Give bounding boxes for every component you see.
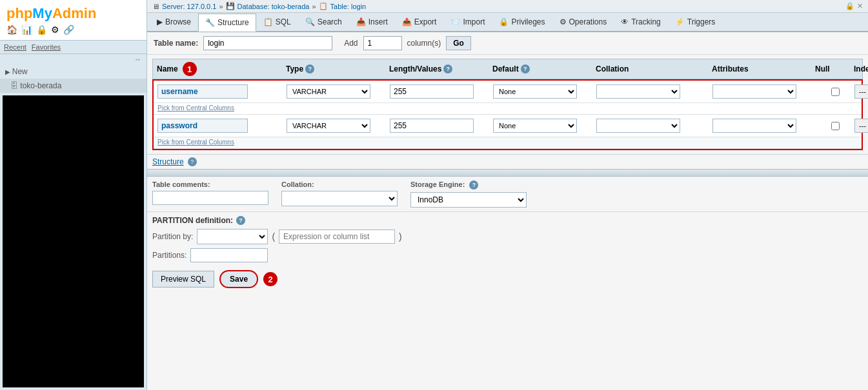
attributes-cell-2 — [712, 119, 816, 133]
attr-select-1[interactable] — [712, 84, 796, 99]
null-header: Null — [815, 64, 854, 73]
collation-select-2[interactable] — [596, 119, 680, 133]
name-cell-2 — [157, 119, 287, 133]
tab-structure[interactable]: 🔧 Structure — [198, 14, 256, 32]
sidebar-db-item[interactable]: 🗄 toko-berada — [0, 79, 146, 93]
partition-help-icon[interactable]: ? — [236, 216, 245, 225]
table-label[interactable]: Table: login — [330, 3, 367, 10]
close-icon: ✕ — [857, 2, 863, 10]
storage-section: Storage Engine: ? InnoDB MyISAM — [410, 180, 527, 208]
structure-help-icon[interactable]: ? — [188, 157, 197, 166]
server-label[interactable]: Server: 127.0.0.1 — [162, 3, 216, 10]
export-icon: 📤 — [402, 17, 412, 26]
null-checkbox-2[interactable] — [831, 122, 840, 130]
go-button[interactable]: Go — [446, 36, 471, 50]
collation-detail-select[interactable] — [281, 191, 398, 206]
length-input-1[interactable] — [390, 84, 474, 99]
add-columns-input[interactable] — [363, 36, 402, 50]
tab-privileges[interactable]: 🔒 Privileges — [492, 13, 552, 31]
structure-label[interactable]: Structure — [152, 157, 184, 166]
collation-section: Collation: — [281, 180, 398, 208]
comments-input[interactable] — [152, 191, 268, 205]
tab-browse-label: Browse — [165, 17, 191, 26]
stats-icon[interactable]: 📊 — [21, 24, 32, 35]
table-name-input[interactable] — [203, 36, 332, 50]
length-help-icon[interactable]: ? — [443, 64, 452, 73]
sidebar-new-item[interactable]: New — [0, 64, 146, 79]
lock-icon[interactable]: 🔒 — [36, 24, 47, 35]
pick-columns-link-2[interactable]: Pick from Central Columns — [154, 137, 862, 149]
preview-sql-button[interactable]: Preview SQL — [152, 271, 214, 288]
tab-insert-label: Insert — [368, 17, 388, 26]
columns-section: Name 1 Type ? Length/Values ? Default ? … — [152, 59, 863, 150]
tab-triggers[interactable]: ⚡ Triggers — [668, 13, 723, 31]
main-area: 🖥 Server: 127.0.0.1 » 💾 Database: toko-b… — [147, 0, 868, 390]
tab-operations[interactable]: ⚙ Operations — [552, 13, 614, 31]
storage-select[interactable]: InnoDB MyISAM — [410, 192, 527, 208]
tabs-bar: ▶ Browse 🔧 Structure 📋 SQL 🔍 Search 📥 In… — [147, 13, 868, 32]
tab-import[interactable]: 📨 Import — [443, 13, 492, 31]
type-select-2[interactable]: VARCHAR INT TEXT — [287, 119, 370, 133]
tab-insert[interactable]: 📥 Insert — [349, 13, 395, 31]
server-icon: 🖥 — [152, 3, 159, 10]
import-icon: 📨 — [450, 17, 460, 26]
sep2: » — [312, 3, 316, 10]
db-icon: 🗄 — [10, 81, 18, 90]
home-icon[interactable]: 🏠 — [6, 24, 17, 35]
length-cell-2 — [390, 119, 493, 133]
db-label[interactable]: Database: toko-berada — [237, 3, 310, 10]
partitions-input[interactable] — [190, 248, 268, 262]
save-button[interactable]: Save — [219, 270, 258, 288]
horizontal-scrollbar[interactable] — [147, 169, 868, 177]
close-paren: ) — [399, 231, 402, 242]
type-select-1[interactable]: VARCHAR INT TEXT — [287, 84, 370, 99]
buttons-row: Preview SQL Save 2 — [147, 266, 868, 292]
type-cell-1: VARCHAR INT TEXT — [287, 84, 390, 99]
collation-select-1[interactable] — [596, 84, 680, 99]
default-help-icon[interactable]: ? — [521, 64, 530, 73]
rows-container: VARCHAR INT TEXT None NULL CURRENT_TIMES… — [152, 79, 863, 150]
null-checkbox-1[interactable] — [831, 88, 840, 96]
attr-select-2[interactable] — [712, 119, 796, 133]
settings-icon[interactable]: ⚙ — [51, 24, 59, 35]
tab-export[interactable]: 📤 Export — [395, 13, 444, 31]
search-icon: 🔍 — [305, 17, 315, 26]
link-icon[interactable]: 🔗 — [63, 24, 74, 35]
comments-label: Table comments: — [152, 180, 268, 188]
tab-search[interactable]: 🔍 Search — [298, 13, 349, 31]
length-input-2[interactable] — [390, 119, 474, 133]
default-select-1[interactable]: None NULL CURRENT_TIMESTAMP — [493, 84, 577, 99]
tab-browse[interactable]: ▶ Browse — [150, 13, 198, 31]
index-select-1[interactable]: --- PRIMARY UNIQUE INDEX — [854, 84, 868, 99]
default-select-2[interactable]: None NULL — [493, 119, 577, 133]
tab-structure-label: Structure — [217, 18, 249, 27]
partition-by-select[interactable]: HASH KEY RANGE LIST — [197, 229, 268, 244]
column-name-input-1[interactable] — [157, 84, 248, 99]
partition-expr-input[interactable] — [279, 229, 395, 244]
index-select-2[interactable]: --- PRIMARY UNIQUE INDEX — [854, 119, 868, 133]
table-row: VARCHAR INT TEXT None NULL CURRENT_TIMES… — [154, 81, 862, 103]
name-cell-1 — [157, 84, 287, 99]
type-help-icon[interactable]: ? — [305, 64, 314, 73]
content-area: Name 1 Type ? Length/Values ? Default ? … — [147, 55, 868, 390]
logo-area: phpMyAdmin 🏠 📊 🔒 ⚙ 🔗 — [0, 0, 146, 41]
sidebar-toggle-arrow[interactable]: ↔ — [0, 54, 146, 64]
collation-header: Collation — [596, 64, 712, 73]
pick-columns-link-1[interactable]: Pick from Central Columns — [154, 103, 862, 115]
storage-label: Storage Engine: ? — [410, 180, 527, 190]
tab-tracking[interactable]: 👁 Tracking — [614, 13, 668, 31]
table-row: VARCHAR INT TEXT None NULL — [154, 115, 862, 137]
partition-by-row: Partition by: HASH KEY RANGE LIST ( ) — [152, 229, 863, 244]
add-label: Add — [344, 39, 358, 48]
lock-icon-bc: 🔒 — [845, 2, 854, 10]
tab-sql[interactable]: 📋 SQL — [256, 13, 298, 31]
column-name-input-2[interactable] — [157, 119, 248, 133]
default-header: Default ? — [492, 64, 596, 73]
comments-section: Table comments: — [152, 180, 268, 208]
favorites-tab[interactable]: Favorites — [32, 43, 61, 51]
sep1: » — [219, 3, 223, 10]
tab-export-label: Export — [414, 17, 437, 26]
partitions-label: Partitions: — [152, 251, 187, 260]
recent-tab[interactable]: Recent — [4, 43, 26, 51]
storage-help-icon[interactable]: ? — [469, 180, 478, 190]
